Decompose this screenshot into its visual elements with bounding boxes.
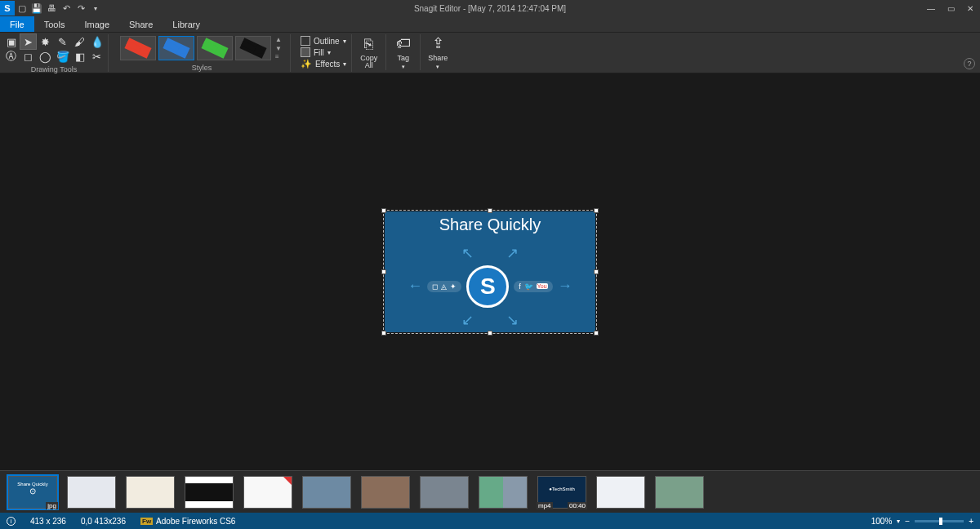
fireworks-icon: Fw [140,518,153,525]
thumbnail[interactable] [655,476,704,509]
copy-all-button[interactable]: ⎘ Copy All [352,34,386,70]
styles-more-icon[interactable]: ≡ [275,53,282,60]
thumbnail[interactable] [126,476,175,509]
thumbnail[interactable] [243,476,292,509]
thumbnail[interactable] [302,476,351,509]
thumbnail[interactable] [420,476,469,509]
help-icon[interactable]: ? [964,58,975,69]
window-title: Snagit Editor - [May 7, 2014 12:47:04 PM… [414,4,566,13]
style-controls: Outline▾ Fill▾ ✨Effects▾ [296,34,352,72]
menu-tools[interactable]: Tools [34,16,75,32]
status-coords: 0,0 413x236 [81,517,126,526]
tool-pen[interactable]: ✎ [55,34,70,49]
thumbnail[interactable] [67,476,116,509]
thumb-badge: jpg [46,502,58,509]
fill-dropdown[interactable]: Fill▾ [301,47,346,57]
chevron-down-icon: ▾ [436,64,439,70]
thumbnail[interactable] [596,476,645,509]
zoom-dropdown-icon[interactable]: ▾ [897,518,900,525]
style-arrow-black[interactable] [235,36,271,60]
tool-crop[interactable]: ✂ [89,49,105,64]
ribbon: ▣ ➤ ✸ ✎ 🖌 💧 Ⓐ ◻ ◯ 🪣 ◧ ✂ Drawing Tools ▲ … [0,33,980,73]
thumb-duration: 00:40 [568,502,587,509]
thumbnail[interactable] [361,476,410,509]
canvas-area[interactable]: Share Quickly ↖ ↗ ← ◻◬✦ S f🐦You → ↙ ↘ [0,73,980,470]
info-icon[interactable]: i [7,517,16,526]
app-icon: S [0,1,15,16]
thumbnail[interactable] [479,476,528,509]
styles-next-icon[interactable]: ▼ [275,45,282,52]
menu-file[interactable]: File [0,16,34,32]
qat-print-icon[interactable]: 🖶 [44,1,59,16]
tool-brush[interactable]: 🖌 [72,34,87,49]
thumbnail[interactable]: ●TechSmith mp4 00:40 [537,476,586,509]
share-icon: ⇪ [432,34,444,52]
menubar: File Tools Image Share Library [0,16,980,33]
tool-eraser[interactable]: ◧ [72,49,87,64]
maximize-button[interactable]: ▭ [941,0,960,16]
selection-marquee[interactable] [383,210,597,334]
qat-redo-icon[interactable]: ↷ [74,1,88,16]
tool-stamp[interactable]: ✸ [38,34,53,49]
tag-button[interactable]: 🏷 Tag ▾ [386,34,421,70]
zoom-out-button[interactable]: − [905,517,910,526]
tool-pointer[interactable]: ➤ [20,34,36,49]
drawing-tools-label: Drawing Tools [31,65,77,73]
minimize-button[interactable]: — [921,0,941,16]
style-arrow-blue[interactable] [158,36,194,60]
qat-save-icon[interactable]: 💾 [29,1,44,16]
close-button[interactable]: ✕ [960,0,980,16]
copy-icon: ⎘ [364,36,373,53]
zoom-in-button[interactable]: + [969,517,973,526]
thumb-badge: mp4 [537,502,553,509]
thumbnail[interactable]: Share Quickly ⊙ jpg [8,476,57,509]
tag-icon: 🏷 [396,35,411,52]
qat-new-icon[interactable]: ▢ [15,1,29,16]
zoom-label: 100% [871,517,893,526]
tool-circle[interactable]: ◯ [38,49,53,64]
statusbar: i 413 x 236 0,0 413x236 Fw Adobe Firewor… [0,513,980,529]
share-button[interactable]: ⇪ Share ▾ [421,34,455,70]
tool-blur[interactable]: 💧 [89,34,105,49]
styles-prev-icon[interactable]: ▲ [275,36,282,43]
styles-label: Styles [192,64,212,72]
tool-shape[interactable]: ◻ [20,49,36,64]
status-app: Adobe Fireworks CS6 [156,517,235,526]
outline-dropdown[interactable]: Outline▾ [301,36,346,46]
zoom-slider[interactable] [915,520,964,522]
drawing-tools-group: ▣ ➤ ✸ ✎ 🖌 💧 Ⓐ ◻ ◯ 🪣 ◧ ✂ Drawing Tools [0,34,109,72]
effects-dropdown[interactable]: ✨Effects▾ [301,59,346,69]
qat-undo-icon[interactable]: ↶ [59,1,74,16]
thumbnail[interactable] [185,476,234,509]
style-arrow-green[interactable] [197,36,233,60]
tool-text[interactable]: Ⓐ [3,49,19,64]
tool-select-rect[interactable]: ▣ [3,34,19,49]
style-arrow-red[interactable] [120,36,156,60]
tool-bucket[interactable]: 🪣 [55,49,70,64]
thumbnail-tray: Share Quickly ⊙ jpg ●TechSmith mp4 00:40 [0,470,980,513]
titlebar: S ▢ 💾 🖶 ↶ ↷ ▾ Snagit Editor - [May 7, 20… [0,0,980,16]
menu-share[interactable]: Share [119,16,163,32]
menu-image[interactable]: Image [74,16,119,32]
status-dimensions: 413 x 236 [30,517,66,526]
qat-more-icon[interactable]: ▾ [88,1,103,16]
styles-group: ▲ ▼ ≡ Styles [114,34,291,72]
menu-library[interactable]: Library [163,16,210,32]
chevron-down-icon: ▾ [402,64,405,70]
